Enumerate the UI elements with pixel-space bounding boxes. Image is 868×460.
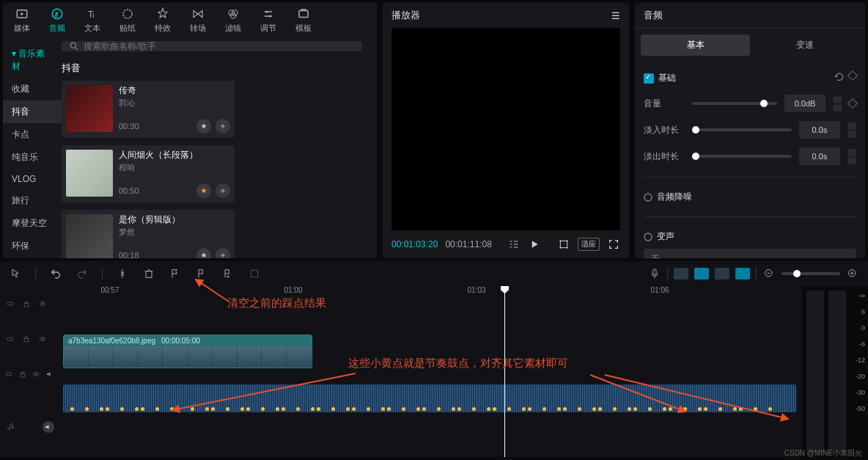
search-icon bbox=[69, 41, 79, 51]
redo-icon[interactable] bbox=[76, 267, 89, 280]
toggle-icon[interactable] bbox=[4, 368, 14, 380]
playhead[interactable] bbox=[504, 286, 505, 457]
time-ruler[interactable]: 00:57 01:00 01:03 01:06 bbox=[59, 286, 802, 301]
add-icon[interactable] bbox=[216, 183, 230, 198]
marker-right-icon[interactable] bbox=[195, 267, 208, 280]
fadein-value[interactable]: 0.0s bbox=[799, 121, 840, 139]
fit-button[interactable]: 适应 bbox=[578, 238, 600, 251]
tab-transition[interactable]: 转场 bbox=[180, 7, 216, 34]
sidebar-header[interactable]: ▾ 音乐素材 bbox=[3, 43, 62, 78]
eye-icon[interactable] bbox=[37, 298, 48, 310]
mute-icon[interactable] bbox=[45, 368, 55, 380]
lock-icon[interactable] bbox=[21, 333, 32, 345]
fav-icon[interactable] bbox=[196, 248, 211, 258]
cat-vlog[interactable]: VLOG bbox=[3, 169, 62, 189]
play-icon[interactable] bbox=[528, 238, 541, 251]
keyframe-icon[interactable] bbox=[847, 98, 858, 109]
mic-icon[interactable] bbox=[648, 267, 661, 280]
fadeout-value[interactable]: 0.0s bbox=[799, 147, 840, 165]
cat-travel[interactable]: 旅行 bbox=[3, 189, 62, 212]
svg-point-12 bbox=[70, 43, 76, 48]
list-icon[interactable] bbox=[507, 238, 521, 251]
cat-eco[interactable]: 环保 bbox=[3, 235, 62, 258]
snap-1[interactable] bbox=[674, 268, 688, 280]
cat-fav[interactable]: 收藏 bbox=[3, 78, 62, 101]
toggle-icon[interactable] bbox=[4, 333, 16, 345]
toggle-icon[interactable] bbox=[4, 298, 16, 310]
volume-spinner[interactable] bbox=[833, 96, 842, 112]
fadeout-slider[interactable] bbox=[692, 155, 792, 158]
zoom-slider[interactable] bbox=[781, 272, 840, 275]
snap-3[interactable] bbox=[715, 268, 729, 280]
zoom-out-icon[interactable] bbox=[762, 267, 776, 280]
tab-effect[interactable]: 特效 bbox=[145, 7, 180, 34]
tab-template[interactable]: 模板 bbox=[286, 7, 321, 34]
tab-text[interactable]: TI文本 bbox=[75, 7, 110, 34]
eye-icon[interactable] bbox=[32, 368, 41, 380]
cat-pure[interactable]: 纯音乐 bbox=[3, 146, 62, 169]
search-box[interactable] bbox=[62, 41, 362, 51]
mute-icon[interactable] bbox=[43, 421, 54, 433]
video-clip[interactable]: a7b3ea130af0e620b8.jpeg00:00:05:00 bbox=[63, 335, 312, 368]
timeline-tracks[interactable]: 00:57 01:00 01:03 01:06 a7b3ea130af0e620… bbox=[59, 286, 802, 457]
tab-audio[interactable]: 音频 bbox=[40, 7, 75, 34]
svg-marker-1 bbox=[21, 12, 24, 16]
marker-left-icon[interactable] bbox=[169, 267, 182, 280]
track-title: 传奇 bbox=[119, 85, 230, 95]
reset-icon[interactable] bbox=[834, 72, 845, 84]
preview-viewport[interactable] bbox=[391, 28, 620, 230]
audio-clip[interactable] bbox=[63, 384, 796, 412]
snap-4[interactable] bbox=[735, 268, 750, 280]
zoom-in-icon[interactable] bbox=[846, 267, 859, 280]
basic-checkbox[interactable] bbox=[644, 73, 654, 84]
voice-radio[interactable] bbox=[644, 233, 652, 241]
clip-filename: a7b3ea130af0e620b8.jpeg bbox=[68, 337, 155, 345]
add-icon[interactable] bbox=[216, 119, 230, 134]
timecode-total: 00:01:11:08 bbox=[445, 239, 491, 249]
split-icon[interactable] bbox=[116, 267, 129, 280]
snap-2[interactable] bbox=[694, 268, 709, 280]
track-card[interactable]: 是你（剪辑版）梦然 00:18 bbox=[62, 210, 235, 258]
cat-douyin[interactable]: 抖音 bbox=[3, 101, 62, 123]
audio-track-icon[interactable] bbox=[4, 421, 16, 433]
lock-icon[interactable] bbox=[21, 298, 32, 310]
noise-radio[interactable] bbox=[644, 193, 652, 202]
cat-kadian[interactable]: 卡点 bbox=[3, 123, 62, 146]
undo-icon[interactable] bbox=[49, 267, 62, 280]
basic-label: 基础 bbox=[658, 72, 676, 84]
svg-text:I: I bbox=[92, 12, 95, 19]
clear-beats-icon[interactable] bbox=[221, 267, 235, 280]
tab-sticker[interactable]: 贴纸 bbox=[110, 7, 145, 34]
volume-value[interactable]: 0.0dB bbox=[784, 95, 825, 112]
watermark: CSDN @MINE小果阳光 bbox=[784, 448, 862, 459]
fav-icon[interactable] bbox=[196, 183, 211, 198]
svg-point-10 bbox=[269, 15, 271, 18]
fav-icon[interactable] bbox=[196, 119, 211, 134]
hamburger-icon[interactable]: ☰ bbox=[611, 10, 620, 21]
crop-icon[interactable] bbox=[557, 238, 570, 251]
cat-food[interactable]: 美食 bbox=[3, 258, 62, 258]
tab-adjust[interactable]: 调节 bbox=[251, 7, 286, 34]
lock-icon[interactable] bbox=[18, 368, 28, 380]
svg-point-28 bbox=[42, 303, 43, 304]
tab-media[interactable]: 媒体 bbox=[4, 7, 40, 34]
delete-icon[interactable] bbox=[142, 267, 155, 280]
cat-modern[interactable]: 摩登天空 bbox=[3, 212, 62, 235]
keyframe-icon[interactable] bbox=[847, 70, 858, 81]
add-icon[interactable] bbox=[216, 248, 230, 258]
pointer-icon[interactable] bbox=[9, 267, 22, 280]
props-tab-basic[interactable]: 基本 bbox=[641, 34, 750, 56]
fadeout-spinner[interactable] bbox=[847, 149, 856, 164]
fadein-spinner[interactable] bbox=[847, 123, 856, 138]
track-card[interactable]: 传奇郭沁 00:30 bbox=[62, 81, 235, 138]
search-input[interactable] bbox=[84, 41, 355, 51]
props-tab-speed[interactable]: 变速 bbox=[750, 34, 859, 56]
fadein-slider[interactable] bbox=[692, 128, 792, 131]
voice-select[interactable]: 无⌵ bbox=[644, 249, 856, 258]
eye-icon[interactable] bbox=[37, 333, 48, 345]
volume-slider[interactable] bbox=[692, 102, 777, 105]
tab-filter[interactable]: 滤镜 bbox=[216, 7, 251, 34]
freeze-icon[interactable] bbox=[248, 267, 261, 280]
fullscreen-icon[interactable] bbox=[607, 238, 620, 251]
track-card[interactable]: 人间烟火（长段落）程响 00:50 bbox=[62, 145, 235, 202]
